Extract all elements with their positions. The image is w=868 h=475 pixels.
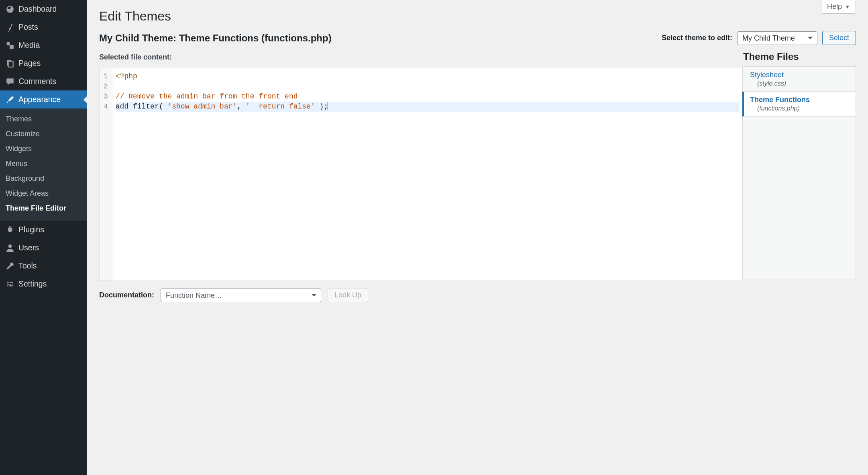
file-name: Theme Functions (750, 96, 848, 104)
submenu-item-widgets[interactable]: Widgets (0, 141, 87, 156)
sidebar-item-label: Plugins (18, 225, 44, 234)
documentation-select[interactable]: Function Name… (161, 289, 321, 302)
sidebar-item-users[interactable]: Users (0, 239, 87, 257)
sidebar-item-settings[interactable]: Settings (0, 275, 87, 293)
file-path: (functions.php) (750, 105, 848, 112)
line-number: 2 (104, 82, 108, 92)
documentation-label: Documentation: (99, 291, 154, 299)
comment-icon (6, 77, 14, 86)
file-path: (style.css) (750, 80, 848, 87)
editor-row: 1 2 3 4 <?php // Remove the admin bar fr… (99, 68, 856, 281)
theme-select-group: Select theme to edit: My Child Theme Sel… (662, 31, 856, 45)
sidebar-item-label: Pages (18, 59, 41, 68)
header-row: My Child Theme: Theme Functions (functio… (99, 31, 856, 45)
admin-sidebar: Dashboard Posts Media Pages Comments App… (0, 0, 87, 475)
file-item-theme-functions[interactable]: Theme Functions (functions.php) (742, 92, 856, 117)
submenu-item-menus[interactable]: Menus (0, 156, 87, 171)
submenu-item-themes[interactable]: Themes (0, 112, 87, 127)
sidebar-item-pages[interactable]: Pages (0, 54, 87, 72)
theme-files-list: Stylesheet (style.css) Theme Functions (… (742, 66, 856, 279)
code-editor[interactable]: 1 2 3 4 <?php // Remove the admin bar fr… (99, 68, 742, 281)
theme-select[interactable]: My Child Theme (737, 31, 817, 45)
sidebar-item-label: Users (18, 243, 39, 252)
code-area[interactable]: <?php // Remove the admin bar from the f… (112, 68, 742, 280)
sidebar-item-dashboard[interactable]: Dashboard (0, 0, 87, 18)
submenu-item-widget-areas[interactable]: Widget Areas (0, 186, 87, 201)
theme-files-heading: Theme Files (742, 51, 856, 62)
sidebar-item-label: Comments (18, 77, 56, 86)
editing-heading: My Child Theme: Theme Functions (functio… (99, 33, 332, 44)
sidebar-item-label: Posts (18, 23, 38, 32)
sidebar-item-label: Dashboard (18, 4, 57, 14)
code-line: // Remove the admin bar from the front e… (116, 92, 739, 102)
sliders-icon (6, 280, 14, 289)
pages-icon (6, 59, 14, 68)
sidebar-item-plugins[interactable]: Plugins (0, 221, 87, 239)
lookup-button[interactable]: Look Up (328, 288, 368, 302)
sidebar-item-media[interactable]: Media (0, 36, 87, 54)
svg-point-4 (8, 244, 12, 248)
user-icon (6, 244, 14, 252)
line-number: 3 (104, 92, 108, 102)
line-gutter: 1 2 3 4 (100, 68, 112, 280)
theme-files-panel: Theme Files Stylesheet (style.css) Theme… (742, 68, 856, 279)
help-tab[interactable]: Help ▼ (821, 0, 856, 14)
wrench-icon (6, 262, 14, 270)
sidebar-item-comments[interactable]: Comments (0, 72, 87, 90)
sidebar-item-label: Appearance (18, 95, 61, 104)
chevron-down-icon: ▼ (845, 4, 850, 10)
code-line (116, 82, 739, 92)
dashboard-icon (6, 5, 14, 14)
select-button[interactable]: Select (822, 31, 856, 45)
submenu-item-theme-file-editor[interactable]: Theme File Editor (0, 201, 87, 216)
line-number: 4 (104, 102, 108, 112)
code-line: <?php (116, 72, 739, 82)
sidebar-item-label: Settings (18, 279, 47, 289)
page-title: Edit Themes (99, 0, 856, 31)
sidebar-item-tools[interactable]: Tools (0, 257, 87, 275)
sidebar-item-posts[interactable]: Posts (0, 18, 87, 36)
appearance-submenu: Themes Customize Widgets Menus Backgroun… (0, 109, 87, 221)
sidebar-item-appearance[interactable]: Appearance (0, 90, 87, 109)
theme-select-label: Select theme to edit: (662, 34, 732, 42)
submenu-item-customize[interactable]: Customize (0, 127, 87, 141)
file-item-stylesheet[interactable]: Stylesheet (style.css) (743, 67, 856, 92)
file-name: Stylesheet (750, 71, 848, 79)
sidebar-item-label: Media (18, 41, 40, 50)
brush-icon (6, 95, 14, 104)
pin-icon (6, 23, 14, 32)
main-content: Help ▼ Edit Themes My Child Theme: Theme… (87, 0, 868, 475)
plug-icon (6, 225, 14, 234)
svg-point-0 (6, 42, 10, 45)
svg-rect-1 (10, 45, 14, 49)
code-line: add_filter( 'show_admin_bar', '__return_… (116, 102, 739, 112)
documentation-row: Documentation: Function Name… Look Up (99, 288, 856, 302)
submenu-item-background[interactable]: Background (0, 171, 87, 186)
svg-rect-3 (8, 61, 13, 67)
help-tab-label: Help (827, 2, 842, 11)
line-number: 1 (104, 72, 108, 82)
sidebar-item-label: Tools (18, 261, 37, 270)
media-icon (6, 41, 14, 50)
